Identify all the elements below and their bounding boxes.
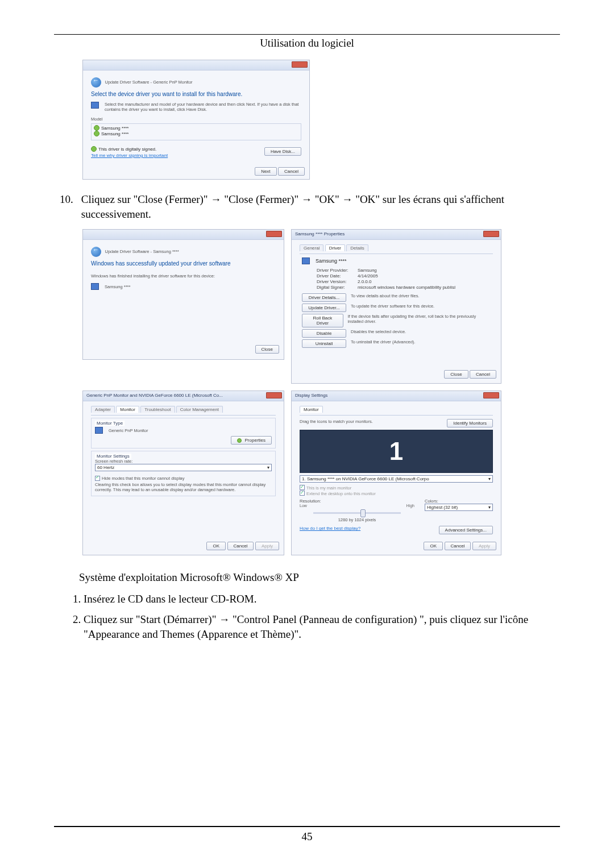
hide-modes-checkbox bbox=[95, 476, 100, 481]
why-signing-link: Tell me why driver signing is important bbox=[91, 153, 168, 158]
resolution-slider bbox=[313, 512, 401, 514]
monitor-icon bbox=[302, 258, 310, 264]
apply-button: Apply bbox=[255, 542, 279, 550]
tab-troubleshoot: Troubleshoot bbox=[140, 406, 175, 413]
monitor-icon bbox=[91, 283, 99, 290]
header-rule bbox=[54, 34, 560, 35]
disable-button: Disable bbox=[302, 329, 346, 338]
screenshot-update-success: Update Driver Software - Samsung **** Wi… bbox=[82, 229, 284, 360]
slider-thumb-icon bbox=[360, 509, 366, 517]
signed-shield-icon bbox=[94, 131, 99, 136]
colors-select: Highest (32 bit)▾ bbox=[425, 504, 493, 511]
tab-general: General bbox=[300, 244, 323, 251]
next-button: Next bbox=[255, 167, 276, 176]
monitor-type-value: Generic PnP Monitor bbox=[109, 428, 148, 433]
hide-modes-desc: Clearing this check box allows you to se… bbox=[95, 482, 272, 492]
screenshot-driver-properties: Samsung **** Properties General Driver D… bbox=[291, 229, 501, 384]
window-title: Samsung **** Properties bbox=[295, 231, 345, 236]
step-item: Cliquez sur "Start (Démarrer)" → "Contro… bbox=[84, 612, 560, 641]
tab-details: Details bbox=[346, 244, 368, 251]
drag-instruction: Drag the icons to match your monitors. bbox=[300, 419, 373, 427]
back-arrow-icon bbox=[91, 247, 101, 257]
apply-button: Apply bbox=[472, 542, 496, 550]
resolution-label: Resolution: bbox=[300, 499, 414, 504]
hide-modes-label: Hide modes that this monitor cannot disp… bbox=[102, 476, 185, 481]
close-button: Close bbox=[255, 345, 279, 354]
tab-monitor: Monitor bbox=[300, 406, 323, 413]
breadcrumb: Update Driver Software - Generic PnP Mon… bbox=[105, 80, 193, 85]
main-monitor-checkbox bbox=[300, 485, 305, 490]
steps-list: Insérez le CD dans le lecteur CD-ROM. Cl… bbox=[70, 592, 560, 641]
dialog-subtext: Select the manufacturer and model of you… bbox=[105, 102, 301, 112]
signed-shield-icon bbox=[94, 125, 99, 131]
have-disk-button: Have Disk... bbox=[264, 147, 301, 156]
tab-driver: Driver bbox=[325, 244, 345, 251]
uninstall-button: Uninstall bbox=[302, 339, 346, 348]
identify-monitors-button: Identify Monitors bbox=[447, 419, 493, 427]
step-text: Cliquez sur "Close (Fermer)" → "Close (F… bbox=[81, 192, 560, 221]
chevron-down-icon: ▾ bbox=[267, 465, 269, 470]
cancel-button: Cancel bbox=[278, 167, 305, 176]
resolution-value: 1280 by 1024 pixels bbox=[300, 517, 414, 522]
refresh-select: 60 Hertz▾ bbox=[95, 464, 272, 471]
breadcrumb: Update Driver Software - Samsung **** bbox=[105, 250, 179, 255]
close-button: Close bbox=[444, 370, 468, 379]
device-name: Samsung **** bbox=[105, 284, 130, 289]
rollback-driver-button: Roll Back Driver bbox=[302, 314, 343, 327]
monitor-icon bbox=[91, 102, 99, 109]
window-title: Generic PnP Monitor and NVIDIA GeForce 6… bbox=[86, 393, 223, 398]
extend-desktop-checkbox bbox=[300, 491, 305, 496]
device-name: Samsung **** bbox=[316, 258, 347, 264]
refresh-label: Screen refresh rate: bbox=[95, 459, 272, 464]
colors-label: Colors: bbox=[425, 499, 493, 504]
shield-icon bbox=[237, 438, 242, 443]
tab-colormgmt: Color Management bbox=[176, 406, 223, 413]
tab-adapter: Adapter bbox=[91, 406, 115, 413]
model-listbox: Samsung **** Samsung **** bbox=[91, 123, 301, 140]
properties-button: Properties bbox=[231, 436, 272, 445]
monitor-icon bbox=[95, 427, 103, 434]
window-title: Display Settings bbox=[295, 393, 327, 398]
signed-label: This driver is digitally signed. bbox=[98, 147, 156, 152]
close-icon bbox=[266, 231, 282, 237]
monitor-type-label: Monitor Type bbox=[95, 421, 125, 426]
signed-shield-icon bbox=[91, 146, 97, 152]
update-driver-button: Update Driver... bbox=[302, 304, 346, 312]
back-arrow-icon bbox=[91, 77, 101, 88]
advanced-settings-button: Advanced Settings... bbox=[439, 526, 493, 534]
window-titlebar bbox=[83, 60, 309, 70]
driver-details-button: Driver Details... bbox=[302, 293, 346, 302]
ok-button: OK bbox=[424, 542, 443, 550]
ok-button: OK bbox=[206, 542, 226, 550]
close-icon bbox=[266, 392, 282, 398]
screenshot-driver-select: Update Driver Software - Generic PnP Mon… bbox=[54, 60, 560, 180]
tab-monitor: Monitor bbox=[116, 406, 139, 413]
dialog-buttons: Next Cancel bbox=[83, 164, 309, 179]
model-row: Samsung **** bbox=[101, 131, 128, 136]
dialog-heading: Select the device driver you want to ins… bbox=[91, 91, 301, 97]
screenshot-monitor-props: Generic PnP Monitor and NVIDIA GeForce 6… bbox=[82, 391, 284, 555]
step-number: 10. bbox=[60, 192, 73, 221]
model-row: Samsung **** bbox=[101, 126, 128, 131]
chevron-down-icon: ▾ bbox=[488, 476, 491, 481]
model-label: Model bbox=[91, 117, 301, 122]
success-line: Windows has finished installing the driv… bbox=[91, 273, 276, 279]
close-icon bbox=[292, 61, 308, 68]
screenshot-display-settings: Display Settings Monitor Drag the icons … bbox=[291, 391, 501, 555]
footer-rule bbox=[54, 826, 560, 827]
best-display-link: How do I get the best display? bbox=[300, 526, 360, 534]
monitor-settings-label: Monitor Settings bbox=[95, 454, 131, 459]
page-number: 45 bbox=[0, 830, 614, 843]
display-select: 1. Samsung **** on NVIDIA GeForce 6600 L… bbox=[300, 475, 493, 483]
cancel-button: Cancel bbox=[227, 542, 254, 550]
page-header: Utilisation du logiciel bbox=[54, 37, 560, 49]
chevron-down-icon: ▾ bbox=[488, 505, 491, 510]
os-line: Système d'exploitation Microsoft® Window… bbox=[79, 571, 560, 584]
success-heading: Windows has successfully updated your dr… bbox=[91, 260, 276, 267]
close-icon bbox=[483, 392, 499, 398]
document-page: Utilisation du logiciel Update Driver So… bbox=[0, 0, 614, 670]
step-item: Insérez le CD dans le lecteur CD-ROM. bbox=[84, 592, 560, 607]
monitor-preview: 1 bbox=[300, 430, 493, 473]
cancel-button: Cancel bbox=[445, 542, 471, 550]
close-icon bbox=[483, 231, 499, 237]
